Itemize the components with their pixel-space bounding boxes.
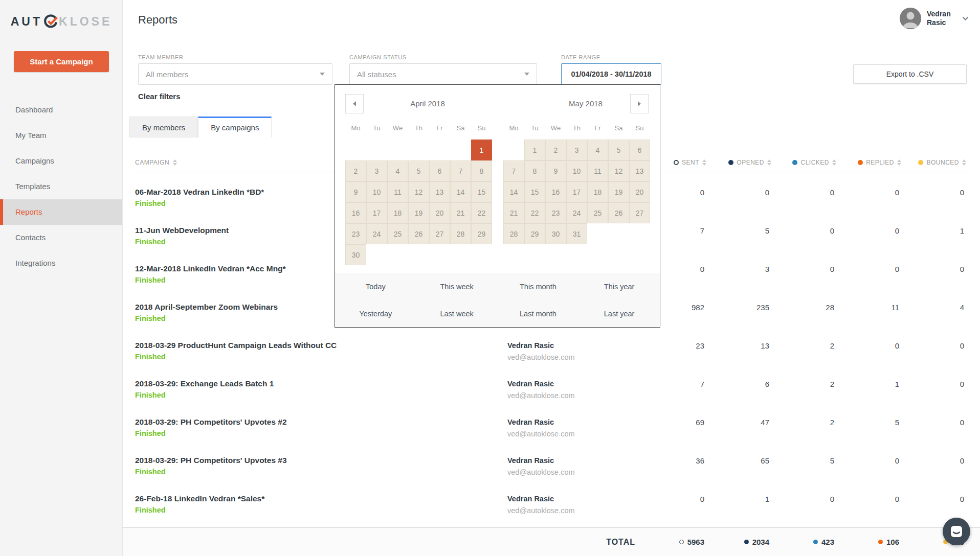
sidebar-item-integrations[interactable]: Integrations: [0, 250, 122, 276]
calendar-day[interactable]: 12: [408, 181, 429, 202]
calendar-day[interactable]: 22: [524, 202, 545, 223]
column-header-opened[interactable]: OPENED: [709, 159, 774, 166]
calendar-day[interactable]: 3: [366, 160, 387, 181]
sidebar-item-reports[interactable]: Reports: [0, 199, 122, 225]
shortcut-last-week[interactable]: Last week: [440, 310, 473, 318]
shortcut-yesterday[interactable]: Yesterday: [359, 310, 392, 318]
calendar-day[interactable]: 19: [408, 202, 429, 223]
calendar-day[interactable]: 19: [608, 181, 629, 202]
calendar-day[interactable]: 28: [450, 223, 471, 244]
calendar-day[interactable]: 30: [345, 244, 366, 265]
sidebar-item-my-team[interactable]: My Team: [0, 123, 122, 148]
column-header-replied[interactable]: REPLIED: [839, 159, 904, 166]
calendar-day[interactable]: 25: [387, 223, 408, 244]
calendar-day[interactable]: 24: [366, 223, 387, 244]
calendar-day[interactable]: 14: [503, 181, 524, 202]
calendar-day[interactable]: 10: [366, 181, 387, 202]
calendar-day[interactable]: 12: [608, 160, 629, 181]
calendar-day[interactable]: 2: [345, 160, 366, 181]
campaign-name[interactable]: 2018-03-29: PH Competitors' Upvotes #2: [135, 417, 507, 427]
calendar-day[interactable]: 11: [387, 181, 408, 202]
calendar-day[interactable]: 7: [503, 160, 524, 181]
calendar-day[interactable]: 28: [503, 223, 524, 244]
sidebar-item-dashboard[interactable]: Dashboard: [0, 97, 122, 123]
calendar-day[interactable]: 21: [450, 202, 471, 223]
calendar-day[interactable]: 14: [450, 181, 471, 202]
calendar-day[interactable]: 7: [450, 160, 471, 181]
start-campaign-button[interactable]: Start a Campaign: [14, 51, 109, 72]
sidebar-item-templates[interactable]: Templates: [0, 174, 122, 199]
calendar-day[interactable]: 26: [608, 202, 629, 223]
calendar-day[interactable]: 10: [566, 160, 587, 181]
calendar-day[interactable]: 4: [587, 140, 608, 160]
calendar-day[interactable]: 16: [345, 202, 366, 223]
team-member-select[interactable]: All members: [138, 63, 332, 85]
campaign-cell[interactable]: 2018-03-29: Exchange Leads Batch 1 Finis…: [135, 365, 507, 404]
calendar-day[interactable]: 5: [608, 140, 629, 160]
calendar-day[interactable]: 3: [566, 140, 587, 160]
calendar-day[interactable]: 8: [471, 160, 492, 181]
shortcut-this-week[interactable]: This week: [440, 283, 473, 291]
shortcut-last-month[interactable]: Last month: [520, 310, 556, 318]
campaign-status-select[interactable]: All statuses: [349, 63, 537, 85]
calendar-day[interactable]: 2: [545, 140, 566, 160]
calendar-day[interactable]: 5: [408, 160, 429, 181]
export-csv-button[interactable]: Export to .CSV: [853, 64, 967, 84]
calendar-day[interactable]: 27: [629, 202, 650, 223]
calendar-day[interactable]: 9: [545, 160, 566, 181]
calendar-day[interactable]: 11: [587, 160, 608, 181]
calendar-day[interactable]: 25: [587, 202, 608, 223]
sidebar-item-campaigns[interactable]: Campaigns: [0, 148, 122, 174]
calendar-day[interactable]: 24: [566, 202, 587, 223]
calendar-day[interactable]: 8: [524, 160, 545, 181]
calendar-day[interactable]: 6: [429, 160, 450, 181]
campaign-name[interactable]: 2018-03-29: Exchange Leads Batch 1: [135, 379, 507, 389]
calendar-day[interactable]: 1: [524, 140, 545, 160]
tab-by-members[interactable]: By members: [129, 117, 198, 137]
calendar-day[interactable]: 29: [471, 223, 492, 244]
calendar-day[interactable]: 13: [629, 160, 650, 181]
calendar-day[interactable]: 6: [629, 140, 650, 160]
calendar-day[interactable]: 27: [429, 223, 450, 244]
campaign-name[interactable]: 26-Feb-18 LinkedIn Vedran *Sales*: [135, 494, 507, 504]
sidebar-item-contacts[interactable]: Contacts: [0, 225, 122, 250]
calendar-day[interactable]: 13: [429, 181, 450, 202]
campaign-name[interactable]: 2018-03-29: PH Competitors' Upvotes #3: [135, 455, 507, 466]
calendar-day[interactable]: 26: [408, 223, 429, 244]
campaign-cell[interactable]: 2018-03-29 ProductHunt Campaign Leads Wi…: [135, 327, 507, 365]
calendar-day[interactable]: 18: [587, 181, 608, 202]
prev-month-button[interactable]: [345, 94, 364, 113]
calendar-day[interactable]: 21: [503, 202, 524, 223]
shortcut-last-year[interactable]: Last year: [604, 310, 635, 318]
calendar-day[interactable]: 20: [629, 181, 650, 202]
calendar-day-selected[interactable]: 1: [471, 140, 492, 160]
calendar-day[interactable]: 9: [345, 181, 366, 202]
calendar-day[interactable]: 16: [545, 181, 566, 202]
user-menu[interactable]: Vedran Rasic: [900, 8, 969, 29]
calendar-day[interactable]: 23: [545, 202, 566, 223]
shortcut-this-year[interactable]: This year: [604, 283, 635, 291]
calendar-day[interactable]: 20: [429, 202, 450, 223]
shortcut-today[interactable]: Today: [366, 283, 386, 291]
column-header-clicked[interactable]: CLICKED: [774, 159, 839, 166]
shortcut-this-month[interactable]: This month: [520, 283, 556, 291]
calendar-day[interactable]: 17: [366, 202, 387, 223]
calendar-day[interactable]: 4: [387, 160, 408, 181]
calendar-day[interactable]: 31: [566, 223, 587, 244]
calendar-day[interactable]: 30: [545, 223, 566, 244]
calendar-day[interactable]: 29: [524, 223, 545, 244]
campaign-cell[interactable]: 26-Feb-18 LinkedIn Vedran *Sales* Finish…: [135, 480, 507, 519]
calendar-day[interactable]: 18: [387, 202, 408, 223]
campaign-cell[interactable]: 2018-03-29: PH Competitors' Upvotes #2 F…: [135, 404, 507, 442]
calendar-day[interactable]: 23: [345, 223, 366, 244]
autoklose-logo[interactable]: AUT KLOSE: [0, 14, 123, 29]
clear-filters-link[interactable]: Clear filters: [138, 92, 181, 101]
calendar-day[interactable]: 22: [471, 202, 492, 223]
campaign-name[interactable]: 2018-03-29 ProductHunt Campaign Leads Wi…: [135, 340, 507, 351]
column-header-bounced[interactable]: BOUNCED: [904, 159, 969, 166]
date-range-input[interactable]: 01/04/2018 - 30/11/2018: [561, 63, 661, 85]
chat-widget-button[interactable]: [943, 518, 970, 545]
calendar-day[interactable]: 15: [471, 181, 492, 202]
calendar-day[interactable]: 17: [566, 181, 587, 202]
campaign-cell[interactable]: 2018-03-29: PH Competitors' Upvotes #3 F…: [135, 442, 507, 480]
